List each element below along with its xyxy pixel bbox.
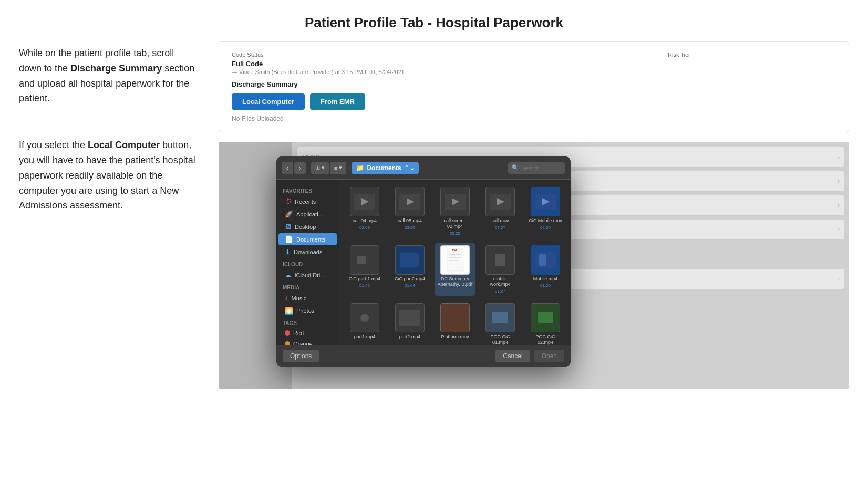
ehr-row-arrow-4: › bbox=[838, 226, 840, 233]
file-duration-mobile: 01:00 bbox=[540, 283, 551, 288]
file-thumb-poccic01 bbox=[485, 303, 515, 332]
form-section: Code Status Full Code — Vince Smith (Bed… bbox=[219, 41, 849, 132]
local-bold: Local Computer bbox=[88, 140, 160, 150]
local-computer-button[interactable]: Local Computer bbox=[232, 93, 305, 110]
list-icon: ≡ bbox=[334, 165, 337, 171]
file-name-cicpart2: CiC part2.mp4 bbox=[395, 276, 425, 282]
file-duration-cicmobile: 02:50 bbox=[540, 225, 551, 230]
media-label: Media bbox=[276, 281, 339, 291]
svg-text:PDF: PDF bbox=[452, 248, 458, 252]
svg-rect-11 bbox=[357, 256, 366, 264]
file-name-poccic02: POC CiC 02.mp4 bbox=[528, 334, 563, 345]
file-item-cicpart2[interactable]: CiC part2.mp4 01:04 bbox=[390, 243, 430, 296]
intro-paragraph: While on the patient profile tab, scroll… bbox=[19, 46, 198, 106]
open-button[interactable]: Open bbox=[534, 350, 564, 362]
form-left: Code Status Full Code — Vince Smith (Bed… bbox=[232, 51, 651, 122]
file-item-callscreen02[interactable]: call screen 02.mp4 00:25 bbox=[435, 185, 475, 238]
picker-sidebar: Favorites ⏱ Recents 🚀 Applicati... 🖥 Des… bbox=[276, 180, 339, 345]
photos-label: Photos bbox=[296, 308, 314, 314]
sidebar-item-photos[interactable]: 🌅 Photos bbox=[278, 305, 337, 317]
discharge-btn-row: Local Computer From EMR bbox=[232, 93, 651, 110]
svg-rect-21 bbox=[495, 254, 505, 266]
icloud-label: iCloud bbox=[276, 258, 339, 268]
file-thumb-call04 bbox=[350, 187, 379, 216]
cancel-button[interactable]: Cancel bbox=[495, 350, 530, 362]
screenshot-area: 357 5/6/1945 › 9/19/1954 › 3/8/1926 › 9 bbox=[219, 142, 849, 389]
svg-rect-26 bbox=[399, 310, 420, 326]
file-name-mobile: Mobile.mp4 bbox=[533, 276, 558, 282]
file-name-dcsummary: DC Summary Abernathy, B.pdf bbox=[437, 276, 473, 288]
file-name-cicmobile: CiC Mobile.mov bbox=[529, 218, 562, 224]
sidebar-item-applications[interactable]: 🚀 Applicati... bbox=[278, 208, 337, 220]
code-status-value: Full Code bbox=[232, 60, 651, 68]
file-item-call04[interactable]: call 04.mp4 02:09 bbox=[345, 185, 385, 238]
orange-tag-label: Orange bbox=[293, 341, 313, 345]
svg-rect-27 bbox=[445, 310, 466, 326]
form-right: Risk Tier bbox=[668, 51, 836, 122]
file-item-mobilework[interactable]: mobile work.mp4 01:27 bbox=[480, 243, 520, 296]
list-view-button[interactable]: ≡ ▾ bbox=[330, 162, 346, 174]
applications-label: Applicati... bbox=[296, 211, 323, 217]
photos-icon: 🌅 bbox=[285, 307, 293, 315]
file-duration-mobilework: 01:27 bbox=[495, 289, 505, 294]
sidebar-item-documents[interactable]: 📄 Documents bbox=[278, 233, 337, 245]
svg-rect-29 bbox=[492, 312, 508, 323]
file-thumb-dcsummary: PDF bbox=[440, 245, 470, 275]
file-name-cicpart1: CiC part 1.mp4 bbox=[349, 276, 381, 282]
file-item-call05[interactable]: call 05.mp4 03:20 bbox=[390, 185, 430, 238]
red-tag-label: Red bbox=[293, 330, 304, 336]
file-name-callmov: call.mov bbox=[491, 218, 509, 224]
file-item-callmov[interactable]: call.mov 07:27 bbox=[480, 185, 520, 238]
ehr-row-arrow-1: › bbox=[838, 153, 840, 161]
file-name-call05: call 05.mp4 bbox=[398, 218, 422, 224]
file-item-poccic02[interactable]: POC CiC 02.mp4 bbox=[525, 301, 565, 345]
ehr-row-arrow-2: › bbox=[838, 178, 840, 185]
search-icon: 🔍 bbox=[512, 164, 519, 171]
file-thumb-mobile bbox=[531, 245, 560, 275]
location-chevron: ⌃⌄ bbox=[404, 164, 415, 172]
sidebar-item-desktop[interactable]: 🖥 Desktop bbox=[278, 221, 337, 233]
location-dropdown[interactable]: 📁 Documents ⌃⌄ bbox=[352, 162, 418, 174]
ehr-row-arrow-3: › bbox=[838, 202, 840, 209]
nav-back-button[interactable]: ‹ bbox=[282, 162, 293, 174]
documents-icon: 📄 bbox=[285, 235, 293, 243]
sidebar-item-tag-red[interactable]: Red bbox=[278, 328, 337, 338]
file-thumb-part1 bbox=[350, 303, 379, 332]
file-thumb-poccic02 bbox=[531, 303, 560, 332]
file-name-platform: Platform.mov bbox=[441, 334, 469, 340]
picker-toolbar: ‹ › ⊞ ▾ ≡ ▾ 📁 bbox=[276, 156, 571, 180]
options-button[interactable]: Options bbox=[283, 350, 319, 362]
file-thumb-callscreen02 bbox=[440, 187, 470, 216]
grid-view-button[interactable]: ⊞ ▾ bbox=[311, 162, 329, 174]
file-thumb-callmov bbox=[485, 187, 515, 216]
file-item-part1[interactable]: part1.mp4 bbox=[345, 301, 385, 345]
file-picker-dialog[interactable]: ‹ › ⊞ ▾ ≡ ▾ 📁 bbox=[276, 156, 571, 367]
file-item-poccic01[interactable]: POC CiC 01.mp4 bbox=[480, 301, 520, 345]
file-thumb-part2 bbox=[395, 303, 425, 332]
file-duration-call04: 02:09 bbox=[359, 225, 370, 230]
sidebar-item-recents[interactable]: ⏱ Recents bbox=[278, 195, 337, 207]
file-item-mobile[interactable]: Mobile.mp4 01:00 bbox=[525, 243, 565, 296]
file-item-platform[interactable]: Platform.mov bbox=[435, 301, 475, 345]
file-item-dcsummary[interactable]: PDF DC Summary Abernathy, B.pdf bbox=[435, 243, 475, 296]
picker-body: Favorites ⏱ Recents 🚀 Applicati... 🖥 Des… bbox=[276, 180, 571, 345]
nav-forward-button[interactable]: › bbox=[294, 162, 306, 174]
sidebar-item-music[interactable]: ♪ Music bbox=[278, 292, 337, 304]
recents-icon: ⏱ bbox=[285, 197, 292, 205]
grid-dropdown-icon: ▾ bbox=[322, 164, 325, 171]
file-item-cicmobile[interactable]: CiC Mobile.mov 02:50 bbox=[525, 185, 565, 238]
code-status-label: Code Status bbox=[232, 51, 651, 58]
file-name-part2: part2.mp4 bbox=[399, 334, 421, 340]
sidebar-item-icloud[interactable]: ☁ iCloud Dri... bbox=[278, 269, 337, 281]
search-input[interactable] bbox=[521, 165, 558, 171]
svg-rect-13 bbox=[400, 253, 419, 267]
discharge-summary-label: Discharge Summary bbox=[232, 80, 651, 88]
file-item-part2[interactable]: part2.mp4 bbox=[390, 301, 430, 345]
from-emr-button[interactable]: From EMR bbox=[310, 93, 365, 110]
file-thumb-call05 bbox=[395, 187, 425, 216]
picker-bottom-bar: Options Cancel Open bbox=[276, 345, 571, 367]
file-duration-callmov: 07:27 bbox=[495, 225, 505, 230]
sidebar-item-tag-orange[interactable]: Orange bbox=[278, 339, 337, 345]
sidebar-item-downloads[interactable]: ⬇ Downloads bbox=[278, 246, 337, 258]
file-item-cicpart1[interactable]: CiC part 1.mp4 01:46 bbox=[345, 243, 385, 296]
